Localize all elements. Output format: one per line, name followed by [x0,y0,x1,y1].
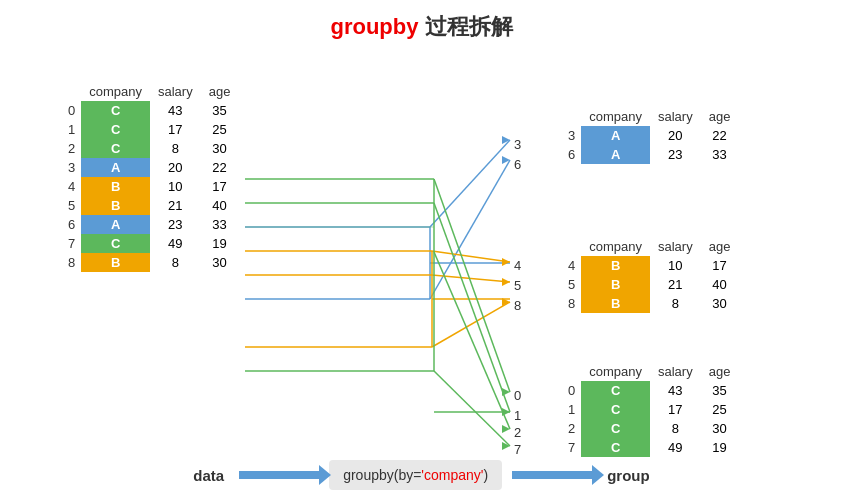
svg-line-18 [432,251,510,262]
cell-company: C [81,234,150,253]
row-idx: 8 [60,253,81,272]
cell-company: C [581,400,650,419]
cell-company: C [581,381,650,400]
col-company: company [81,82,150,101]
row-idx: 0 [60,101,81,120]
cell-company: C [81,120,150,139]
svg-line-42 [434,252,510,429]
cell-salary: 10 [150,177,201,196]
table-row: 1 C 17 25 [60,120,238,139]
cell-age: 30 [701,419,739,438]
cell-salary: 43 [650,381,701,400]
svg-line-34 [434,179,510,392]
arrow-right [507,471,597,479]
table-row: 8 B 8 30 [560,294,738,313]
table-row: 3 A 20 22 [560,126,738,145]
cell-salary: 23 [650,145,701,164]
table-row: 0 C 43 35 [560,381,738,400]
table-row: 0 C 43 35 [60,101,238,120]
table-row: 6 A 23 33 [60,215,238,234]
gc-col-age: age [701,362,739,381]
row-idx: 5 [560,275,581,294]
svg-line-6 [430,140,510,227]
gc-col-salary: salary [650,362,701,381]
group-label: group [597,467,660,484]
table-row: 5 B 21 40 [560,275,738,294]
cell-age: 35 [201,101,239,120]
cell-age: 19 [201,234,239,253]
table-row: 7 C 49 19 [60,234,238,253]
svg-text:0: 0 [514,388,521,403]
cell-age: 33 [701,145,739,164]
cell-age: 30 [201,139,239,158]
svg-line-35 [434,203,510,412]
cell-salary: 49 [150,234,201,253]
col-salary: salary [150,82,201,101]
cell-age: 22 [201,158,239,177]
svg-line-19 [432,275,510,282]
row-idx: 4 [60,177,81,196]
gb-col-company: company [581,237,650,256]
cell-company: A [581,145,650,164]
table-row: 5 B 21 40 [60,196,238,215]
cell-company: B [581,275,650,294]
cell-age: 40 [701,275,739,294]
svg-line-37 [434,371,510,446]
table-row: 8 B 8 30 [60,253,238,272]
cell-company: B [81,253,150,272]
svg-text:2: 2 [514,425,521,440]
svg-marker-9 [502,156,510,164]
title-groupby: groupby [330,14,418,39]
cell-salary: 43 [150,101,201,120]
row-idx: 7 [60,234,81,253]
ga-col-company: company [581,107,650,126]
cell-age: 25 [201,120,239,139]
svg-text:3: 3 [514,137,521,152]
cell-age: 19 [701,438,739,457]
gb-col-age: age [701,237,739,256]
svg-marker-43 [502,425,510,433]
row-idx: 5 [60,196,81,215]
cell-company: A [81,215,150,234]
cell-age: 25 [701,400,739,419]
table-row: 3 A 20 22 [60,158,238,177]
cell-company: C [581,419,650,438]
svg-text:5: 5 [514,278,521,293]
cell-age: 30 [701,294,739,313]
col-age: age [201,82,239,101]
row-idx: 8 [560,294,581,313]
group-c-table: company salary age 0 C 43 35 1 C 17 25 2… [560,362,738,457]
row-idx: 6 [60,215,81,234]
cell-salary: 8 [150,139,201,158]
group-b-table: company salary age 4 B 10 17 5 B 21 40 8… [560,237,738,313]
cell-age: 30 [201,253,239,272]
cell-company: B [581,294,650,313]
cell-company: C [81,101,150,120]
cell-salary: 20 [150,158,201,177]
svg-text:1: 1 [514,408,521,423]
arrow-simple-left [239,471,319,479]
cell-salary: 10 [650,256,701,275]
svg-text:4: 4 [514,258,521,273]
table-row: 6 A 23 33 [560,145,738,164]
cell-age: 17 [701,256,739,275]
cell-age: 40 [201,196,239,215]
cell-company: A [581,126,650,145]
cell-company: C [81,139,150,158]
gb-col-salary: salary [650,237,701,256]
arrow-left [234,471,324,479]
row-idx: 7 [560,438,581,457]
title: groupby 过程拆解 [0,0,843,42]
left-table: company salary age 0 C 43 35 1 C 17 25 2… [60,82,238,272]
main-area: company salary age 0 C 43 35 1 C 17 25 2… [0,52,843,482]
row-idx: 2 [60,139,81,158]
cell-company: B [581,256,650,275]
cell-age: 33 [201,215,239,234]
cell-company: A [81,158,150,177]
bottom-area: data groupby(by='company') group [0,460,843,490]
row-idx: 6 [560,145,581,164]
cell-salary: 23 [150,215,201,234]
table-row: 4 B 10 17 [60,177,238,196]
table-row: 1 C 17 25 [560,400,738,419]
code-highlight: 'company' [421,467,483,483]
